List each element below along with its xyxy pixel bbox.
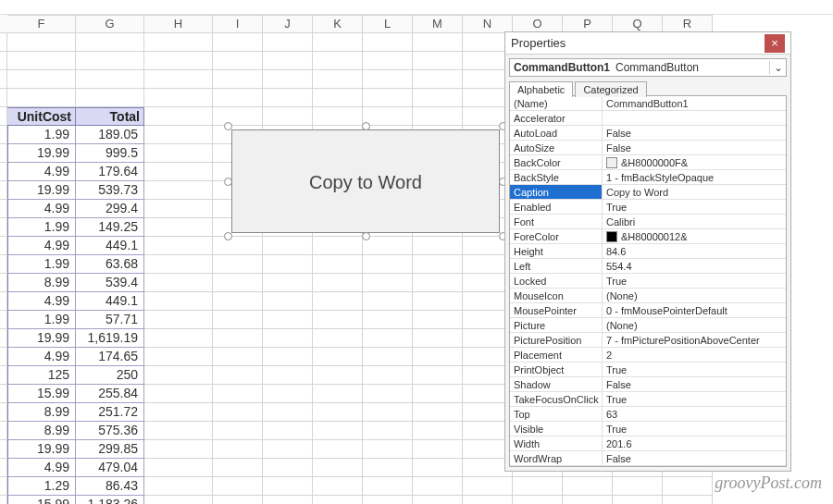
prop-value[interactable]: &H80000012&: [603, 229, 786, 243]
prop-row-locked[interactable]: LockedTrue: [510, 274, 786, 289]
prop-value[interactable]: True: [603, 392, 786, 406]
tab-categorized[interactable]: Categorized: [575, 81, 646, 97]
prop-row-height[interactable]: Height84.6: [510, 244, 786, 259]
prop-row-autoload[interactable]: AutoLoadFalse: [510, 126, 786, 141]
cell[interactable]: 1.99: [7, 311, 76, 329]
cell[interactable]: 86.43: [76, 477, 144, 496]
cell[interactable]: 449.1: [76, 237, 144, 255]
prop-row-picture[interactable]: Picture(None): [510, 318, 786, 333]
cell[interactable]: 255.84: [76, 385, 144, 403]
prop-value[interactable]: (None): [603, 289, 786, 302]
col-header-Q[interactable]: Q: [613, 15, 663, 33]
property-grid[interactable]: (Name)CommandButton1AcceleratorAutoLoadF…: [509, 95, 787, 467]
prop-value[interactable]: True: [603, 274, 786, 288]
cell[interactable]: 539.4: [76, 274, 144, 292]
prop-value[interactable]: True: [603, 422, 786, 436]
prop-value[interactable]: False: [603, 377, 786, 391]
prop-value[interactable]: Copy to Word: [603, 185, 786, 199]
prop-value[interactable]: 1 - fmBackStyleOpaque: [603, 170, 786, 184]
cell[interactable]: 449.1: [76, 292, 144, 311]
col-header-L[interactable]: L: [363, 15, 413, 33]
cell[interactable]: 575.36: [76, 422, 144, 440]
header-unitcost[interactable]: UnitCost: [7, 107, 76, 126]
cell[interactable]: 8.99: [7, 274, 76, 292]
prop-row-forecolor[interactable]: ForeColor&H80000012&: [510, 229, 786, 244]
cell[interactable]: 8.99: [7, 422, 76, 440]
col-header-R[interactable]: R: [663, 15, 713, 33]
col-header-M[interactable]: M: [413, 15, 463, 33]
cell[interactable]: 1.99: [7, 126, 76, 144]
cell[interactable]: 63.68: [76, 255, 144, 274]
col-header-I[interactable]: I: [213, 15, 263, 33]
prop-value[interactable]: 7 - fmPicturePositionAboveCenter: [603, 333, 786, 347]
prop-row-printobject[interactable]: PrintObjectTrue: [510, 363, 786, 377]
prop-value[interactable]: [603, 111, 786, 125]
tab-alphabetic[interactable]: Alphabetic: [509, 81, 573, 97]
cell[interactable]: 149.25: [76, 218, 144, 237]
cell[interactable]: 539.73: [76, 181, 144, 200]
prop-value[interactable]: False: [603, 126, 786, 140]
col-header-F[interactable]: F: [7, 15, 76, 33]
cell[interactable]: 15.99: [7, 385, 76, 403]
col-header-P[interactable]: P: [563, 15, 613, 33]
cell[interactable]: 299.85: [76, 440, 144, 459]
cell[interactable]: 179.64: [76, 163, 144, 181]
prop-row-takefocusonclick[interactable]: TakeFocusOnClickTrue: [510, 392, 786, 407]
prop-row-font[interactable]: FontCalibri: [510, 215, 786, 229]
cell[interactable]: 299.4: [76, 200, 144, 218]
cell[interactable]: 999.5: [76, 144, 144, 163]
prop-row-accelerator[interactable]: Accelerator: [510, 111, 786, 126]
prop-value[interactable]: Calibri: [603, 215, 786, 228]
prop-row-backcolor[interactable]: BackColor&H8000000F&: [510, 155, 786, 170]
command-button-object[interactable]: Copy to Word: [231, 129, 500, 233]
cell[interactable]: 4.99: [7, 200, 76, 218]
prop-value[interactable]: False: [603, 141, 786, 154]
cell[interactable]: 4.99: [7, 292, 76, 311]
prop-row-pictureposition[interactable]: PicturePosition7 - fmPicturePositionAbov…: [510, 333, 786, 348]
prop-row-name[interactable]: (Name)CommandButton1: [510, 96, 786, 111]
prop-value[interactable]: 0 - fmMousePointerDefault: [603, 303, 786, 317]
cell[interactable]: 189.05: [76, 126, 144, 144]
cell[interactable]: 4.99: [7, 163, 76, 181]
col-header-H[interactable]: H: [144, 15, 213, 33]
cell[interactable]: 19.99: [7, 144, 76, 163]
close-button[interactable]: ×: [765, 34, 785, 53]
prop-value[interactable]: 63: [603, 407, 786, 421]
dropdown-icon[interactable]: ⌄: [769, 61, 786, 74]
cell[interactable]: 15.99: [7, 496, 76, 504]
cell[interactable]: 19.99: [7, 181, 76, 200]
prop-value[interactable]: 554.4: [603, 259, 786, 273]
prop-value[interactable]: True: [603, 200, 786, 214]
prop-value[interactable]: CommandButton1: [603, 96, 786, 110]
prop-value[interactable]: &H8000000F&: [603, 155, 786, 169]
prop-value[interactable]: False: [603, 451, 786, 465]
prop-row-mouseicon[interactable]: MouseIcon(None): [510, 289, 786, 303]
prop-row-caption[interactable]: CaptionCopy to Word: [510, 185, 786, 200]
cell[interactable]: 1.29: [7, 477, 76, 496]
cell[interactable]: 1,619.19: [76, 329, 144, 348]
command-button[interactable]: Copy to Word: [231, 129, 500, 233]
cell[interactable]: 1,183.26: [76, 496, 144, 504]
col-header-O[interactable]: O: [513, 15, 563, 33]
prop-row-autosize[interactable]: AutoSizeFalse: [510, 141, 786, 155]
object-selector[interactable]: CommandButton1 CommandButton ⌄: [509, 58, 787, 77]
prop-value[interactable]: True: [603, 363, 786, 376]
cell[interactable]: 1.99: [7, 218, 76, 237]
cell[interactable]: 8.99: [7, 403, 76, 422]
cell[interactable]: 251.72: [76, 403, 144, 422]
properties-titlebar[interactable]: Properties ×: [505, 32, 790, 55]
col-header-J[interactable]: J: [263, 15, 313, 33]
cell[interactable]: 57.71: [76, 311, 144, 329]
cell[interactable]: 1.99: [7, 255, 76, 274]
cell[interactable]: 4.99: [7, 348, 76, 366]
prop-value[interactable]: 2: [603, 348, 786, 362]
properties-window[interactable]: Properties × CommandButton1 CommandButto…: [504, 31, 791, 472]
prop-row-visible[interactable]: VisibleTrue: [510, 422, 786, 436]
prop-row-shadow[interactable]: ShadowFalse: [510, 377, 786, 392]
header-total[interactable]: Total: [76, 107, 144, 126]
col-header-N[interactable]: N: [463, 15, 513, 33]
col-header-K[interactable]: K: [313, 15, 363, 33]
prop-value[interactable]: (None): [603, 318, 786, 332]
cell[interactable]: 479.04: [76, 459, 144, 477]
cell[interactable]: 250: [76, 366, 144, 385]
